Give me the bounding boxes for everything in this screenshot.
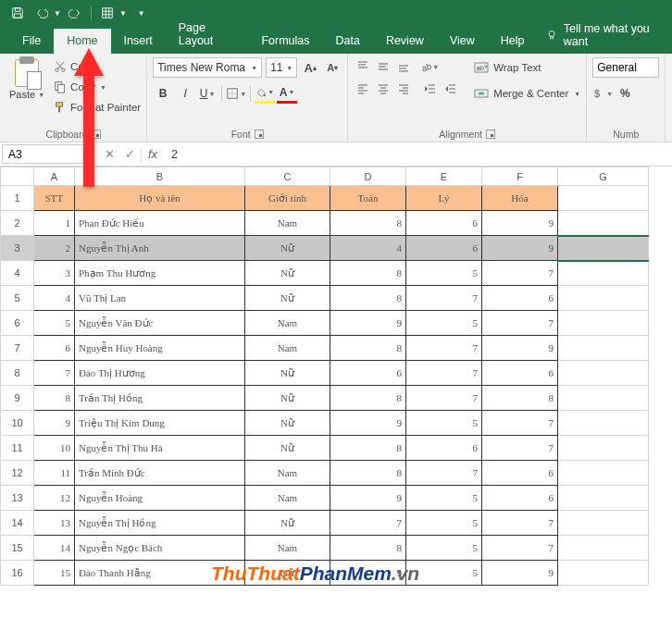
cell-empty[interactable] — [558, 361, 649, 386]
table-header-cell[interactable]: Lý — [406, 186, 482, 211]
cell[interactable]: 9 — [330, 311, 406, 336]
row-header-1[interactable]: 1 — [1, 186, 34, 211]
cell[interactable]: Nguyễn Thị Anh — [75, 236, 245, 261]
cell[interactable]: Nữ — [245, 286, 330, 311]
cell[interactable]: 8 — [330, 336, 406, 361]
align-middle-button[interactable] — [374, 57, 392, 76]
italic-button[interactable]: I — [175, 83, 195, 104]
cell-empty[interactable] — [558, 436, 649, 461]
table-header-cell[interactable]: Họ và tên — [75, 186, 245, 211]
cell[interactable]: 7 — [482, 511, 558, 536]
cell-empty[interactable] — [558, 336, 649, 361]
cell[interactable]: 8 — [330, 536, 406, 561]
insert-function-button[interactable]: fx — [143, 145, 162, 164]
cell-empty[interactable] — [558, 411, 649, 436]
cell[interactable]: 8 — [330, 211, 406, 236]
row-header-10[interactable]: 10 — [1, 411, 34, 436]
cell[interactable]: Nam — [245, 536, 330, 561]
align-left-button[interactable] — [354, 80, 372, 98]
cell[interactable]: Nữ — [245, 411, 330, 436]
table-header-cell[interactable]: Toán — [330, 186, 406, 211]
decrease-font-button[interactable]: A▾ — [323, 57, 342, 78]
undo-dropdown-icon[interactable]: ▼ — [54, 9, 61, 18]
tab-data[interactable]: Data — [322, 29, 372, 54]
cell-empty[interactable] — [558, 261, 649, 286]
cell[interactable]: 14 — [34, 536, 75, 561]
row-header-16[interactable]: 16 — [1, 561, 34, 586]
col-header-E[interactable]: E — [406, 167, 482, 186]
number-format-combo[interactable]: General — [592, 57, 659, 78]
tab-view[interactable]: View — [437, 29, 488, 54]
cell[interactable]: 6 — [34, 336, 75, 361]
col-header-G[interactable]: G — [558, 167, 649, 186]
cell[interactable]: Nữ — [245, 236, 330, 261]
table-header-cell[interactable]: Giới tính — [245, 186, 330, 211]
cell-empty[interactable] — [558, 511, 649, 536]
cell-empty[interactable] — [558, 486, 649, 511]
cell[interactable]: 7 — [482, 411, 558, 436]
cell[interactable]: 9 — [482, 236, 558, 261]
cell[interactable]: Phan Đức Hiếu — [75, 211, 245, 236]
cell[interactable]: Nữ — [245, 561, 330, 586]
row-header-5[interactable]: 5 — [1, 286, 34, 311]
undo-icon[interactable] — [31, 3, 52, 23]
row-header-2[interactable]: 2 — [1, 211, 34, 236]
cell[interactable]: Nguyễn Huy Hoàng — [75, 336, 245, 361]
cell[interactable]: 5 — [406, 486, 482, 511]
font-dialog-launcher[interactable] — [255, 130, 264, 139]
tell-me-search[interactable]: Tell me what you want — [537, 17, 672, 54]
align-right-button[interactable] — [394, 80, 413, 98]
paste-button[interactable]: Paste▼ — [6, 57, 48, 102]
row-header-15[interactable]: 15 — [1, 536, 34, 561]
borders-button[interactable]: ▼ — [226, 83, 246, 104]
col-header-B[interactable]: B — [75, 167, 245, 186]
cell[interactable]: Nữ — [245, 436, 330, 461]
cell[interactable]: 15 — [34, 561, 75, 586]
cell[interactable]: 7 — [482, 311, 558, 336]
font-size-combo[interactable]: 11▼ — [266, 57, 297, 78]
cell[interactable]: 6 — [482, 486, 558, 511]
cell[interactable]: 7 — [406, 336, 482, 361]
cell-empty[interactable] — [558, 311, 649, 336]
tab-insert[interactable]: Insert — [111, 29, 166, 54]
row-header-4[interactable]: 4 — [1, 261, 34, 286]
cell[interactable]: 7 — [406, 461, 482, 486]
save-icon[interactable] — [7, 3, 28, 23]
row-header-11[interactable]: 11 — [1, 436, 34, 461]
tab-page-layout[interactable]: Page Layout — [166, 16, 249, 54]
table-header-cell[interactable]: Hóa — [482, 186, 558, 211]
cell[interactable]: 5 — [406, 411, 482, 436]
cell[interactable]: 5 — [406, 511, 482, 536]
cell[interactable]: 7 — [482, 436, 558, 461]
cell[interactable]: Trần Thị Hồng — [75, 386, 245, 411]
cell[interactable]: Nữ — [245, 361, 330, 386]
cell[interactable]: 7 — [406, 361, 482, 386]
cell[interactable]: Nguyễn Hoàng — [75, 486, 245, 511]
cell-empty[interactable] — [558, 386, 649, 411]
cell[interactable]: 5 — [406, 311, 482, 336]
cell[interactable]: 7 — [406, 286, 482, 311]
cell[interactable]: 9 — [330, 486, 406, 511]
merge-center-button[interactable]: Merge & Center▼ — [474, 83, 580, 104]
cell[interactable]: 12 — [34, 486, 75, 511]
cell[interactable]: Đào Thanh Hằng — [75, 561, 245, 586]
tab-help[interactable]: Help — [488, 29, 538, 54]
cell-empty[interactable] — [558, 236, 649, 261]
tab-review[interactable]: Review — [373, 29, 437, 54]
cell-empty[interactable] — [558, 561, 649, 586]
row-header-8[interactable]: 8 — [1, 361, 34, 386]
cell[interactable]: Nữ — [245, 511, 330, 536]
currency-button[interactable]: $▼ — [592, 83, 613, 104]
fill-color-button[interactable]: ▼ — [255, 83, 275, 104]
cell[interactable]: 6 — [406, 236, 482, 261]
cell[interactable]: Nguyễn Thị Hồng — [75, 511, 245, 536]
col-header-C[interactable]: C — [245, 167, 330, 186]
row-header-9[interactable]: 9 — [1, 386, 34, 411]
bold-button[interactable]: B — [153, 83, 173, 104]
col-header-F[interactable]: F — [482, 167, 558, 186]
alignment-dialog-launcher[interactable] — [486, 130, 495, 139]
copy-button[interactable]: Copy▼ — [54, 78, 141, 96]
cell[interactable]: 4 — [34, 286, 75, 311]
cell[interactable]: 6 — [406, 211, 482, 236]
cell[interactable]: Đào Thị Hương — [75, 361, 245, 386]
